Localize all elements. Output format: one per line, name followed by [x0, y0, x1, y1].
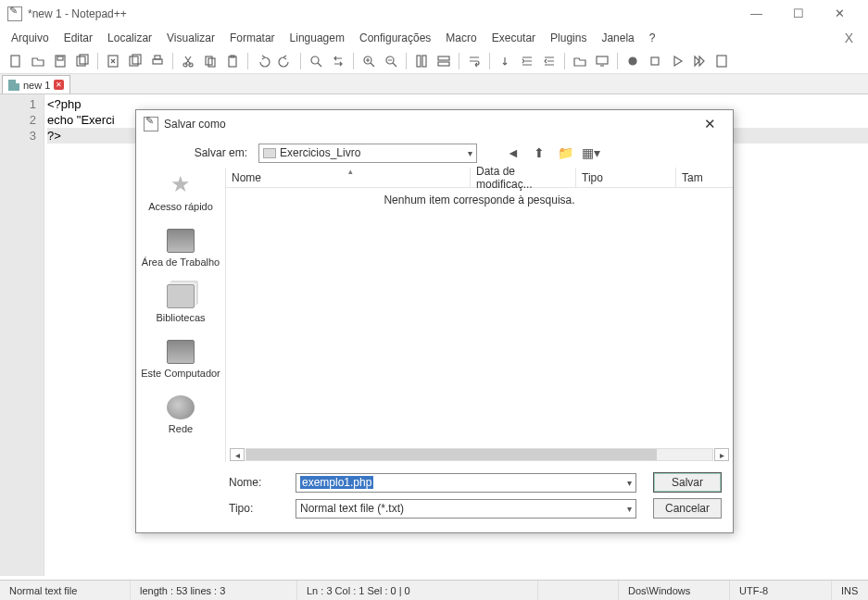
find-icon[interactable]	[306, 51, 326, 71]
stop-icon[interactable]	[645, 51, 665, 71]
menu-localizar[interactable]: Localizar	[100, 30, 159, 46]
svg-rect-23	[597, 56, 608, 64]
place-quick-access[interactable]: ★ Acesso rápido	[148, 173, 213, 212]
save-icon[interactable]	[50, 51, 70, 71]
file-tab-close-icon[interactable]: ✕	[54, 80, 64, 90]
place-desktop[interactable]: Área de Trabalho	[142, 229, 220, 268]
filetype-label: Tipo:	[229, 502, 279, 515]
back-icon[interactable]: ◄	[503, 143, 523, 163]
col-type[interactable]: Tipo	[576, 168, 676, 187]
dialog-bottom: Nome: exemplo1.php ▾ Salvar Tipo: Normal…	[136, 462, 733, 521]
record-icon[interactable]	[623, 51, 643, 71]
save-as-dialog: Salvar como ✕ Salvar em: Exercicios_Livr…	[135, 109, 734, 533]
menu-visualizar[interactable]: Visualizar	[159, 30, 222, 46]
monitor-icon	[167, 229, 195, 253]
savein-combo[interactable]: Exercicios_Livro ▾	[258, 144, 477, 163]
save-button[interactable]: Salvar	[653, 472, 722, 493]
savein-value: Exercicios_Livro	[280, 146, 360, 159]
cut-icon[interactable]	[178, 51, 198, 71]
place-libraries[interactable]: Bibliotecas	[156, 284, 205, 323]
place-label: Rede	[169, 423, 193, 434]
open-file-icon[interactable]	[28, 51, 48, 71]
outdent-icon[interactable]	[539, 51, 560, 71]
list-header: Nome▴ Data de modificaç... Tipo Tam	[226, 168, 733, 188]
indent-icon[interactable]	[517, 51, 537, 71]
cancel-button[interactable]: Cancelar	[653, 498, 722, 519]
close-button[interactable]: ✕	[819, 1, 861, 27]
menu-formatar[interactable]: Formatar	[222, 30, 283, 46]
svg-rect-22	[438, 62, 449, 66]
file-tab[interactable]: new 1 ✕	[2, 75, 70, 94]
menu-plugins[interactable]: Plugins	[543, 30, 594, 46]
menu-linguagem[interactable]: Linguagem	[283, 30, 352, 46]
chevron-down-icon[interactable]: ▾	[627, 504, 632, 514]
menu-executar[interactable]: Executar	[484, 30, 543, 46]
chevron-down-icon[interactable]: ▾	[627, 478, 632, 488]
dialog-titlebar: Salvar como ✕	[136, 110, 733, 138]
menu-macro[interactable]: Macro	[438, 30, 484, 46]
col-size[interactable]: Tam	[676, 168, 733, 187]
close-all-icon[interactable]	[125, 51, 145, 71]
menu-arquivo[interactable]: Arquivo	[4, 30, 57, 46]
minimize-button[interactable]: —	[736, 1, 777, 27]
filename-input[interactable]: exemplo1.php ▾	[296, 473, 636, 493]
view-menu-icon[interactable]: ▦▾	[581, 143, 601, 163]
place-network[interactable]: Rede	[167, 395, 195, 434]
line-gutter: 1 2 3	[0, 94, 44, 576]
new-file-icon[interactable]	[6, 51, 26, 71]
scroll-track[interactable]	[245, 448, 713, 461]
line-number: 2	[0, 112, 36, 128]
menu-editar[interactable]: Editar	[57, 30, 100, 46]
scroll-thumb[interactable]	[246, 449, 657, 460]
dialog-close-button[interactable]: ✕	[694, 113, 725, 135]
new-folder-icon[interactable]: 📁	[555, 143, 575, 163]
folder-icon[interactable]	[570, 51, 590, 71]
places-bar: ★ Acesso rápido Área de Trabalho Bibliot…	[136, 168, 225, 462]
place-this-pc[interactable]: Este Computador	[141, 340, 220, 379]
zoom-in-icon[interactable]	[359, 51, 379, 71]
statusbar: Normal text file length : 53 lines : 3 L…	[0, 580, 868, 600]
invisible-icon[interactable]	[495, 51, 515, 71]
menu-configuracoes[interactable]: Configurações	[352, 30, 438, 46]
col-name[interactable]: Nome▴	[226, 168, 471, 187]
horizontal-scrollbar[interactable]: ◂ ▸	[226, 447, 733, 462]
list-body[interactable]: Nenhum item corresponde à pesquisa.	[226, 188, 733, 447]
monitor-icon[interactable]	[592, 51, 612, 71]
save-all-icon[interactable]	[72, 51, 93, 71]
svg-rect-19	[417, 56, 421, 67]
play-icon[interactable]	[667, 51, 687, 71]
copy-icon[interactable]	[200, 51, 220, 71]
place-label: Área de Trabalho	[142, 256, 220, 268]
undo-icon[interactable]	[253, 51, 273, 71]
menu-help[interactable]: ?	[642, 30, 663, 46]
folder-icon	[263, 148, 276, 158]
filetype-value: Normal text file (*.txt)	[300, 502, 404, 515]
globe-icon	[167, 395, 195, 419]
save-macro-icon[interactable]	[711, 51, 732, 71]
window-title: *new 1 - Notepad++	[28, 7, 736, 20]
menu-janela[interactable]: Janela	[594, 30, 641, 46]
replace-icon[interactable]	[328, 51, 348, 71]
scroll-right-icon[interactable]: ▸	[714, 448, 729, 461]
print-icon[interactable]	[147, 51, 168, 71]
dialog-title: Salvar como	[164, 118, 694, 131]
maximize-button[interactable]: ☐	[777, 1, 819, 27]
redo-icon[interactable]	[275, 51, 296, 71]
mdi-close-icon[interactable]: X	[834, 31, 864, 45]
up-icon[interactable]: ⬆	[529, 143, 549, 163]
svg-rect-2	[57, 56, 63, 60]
svg-rect-20	[422, 56, 426, 67]
wrap-icon[interactable]	[464, 51, 484, 71]
sync-v-icon[interactable]	[411, 51, 432, 71]
scroll-left-icon[interactable]: ◂	[230, 448, 245, 461]
zoom-out-icon[interactable]	[381, 51, 401, 71]
filetype-combo[interactable]: Normal text file (*.txt) ▾	[296, 499, 636, 519]
close-file-icon[interactable]	[103, 51, 123, 71]
svg-point-24	[629, 57, 636, 65]
titlebar: *new 1 - Notepad++ — ☐ ✕	[0, 0, 868, 28]
paste-icon[interactable]	[222, 51, 243, 71]
sync-h-icon[interactable]	[434, 51, 454, 71]
status-ins: INS	[831, 581, 868, 600]
fastfwd-icon[interactable]	[689, 51, 710, 71]
col-date[interactable]: Data de modificaç...	[471, 168, 576, 187]
